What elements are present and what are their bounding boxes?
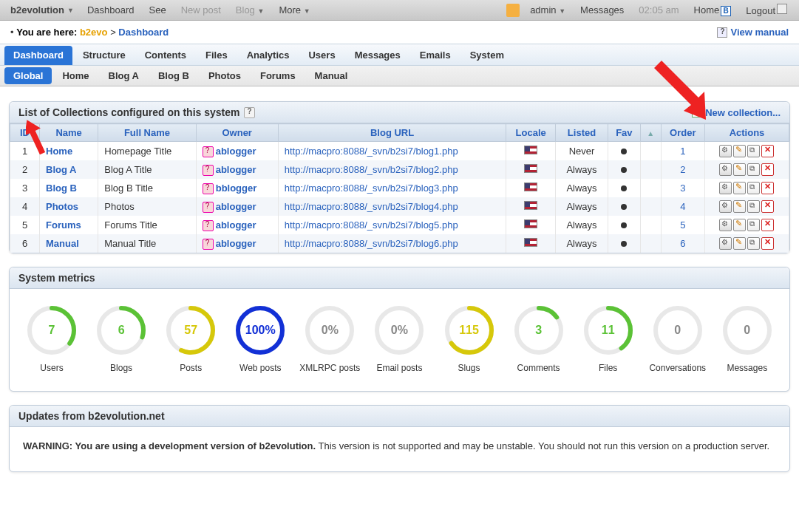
clone-icon[interactable] (747, 163, 760, 176)
clone-icon[interactable] (747, 237, 760, 250)
cell-order[interactable]: 5 (661, 216, 704, 234)
cell-fav[interactable] (608, 234, 640, 253)
col-header[interactable]: Name (40, 124, 98, 142)
breadcrumb-root[interactable]: b2evo (80, 27, 108, 38)
delete-icon[interactable] (761, 237, 774, 250)
col-header[interactable]: Full Name (98, 124, 196, 142)
edit-icon[interactable] (733, 219, 746, 231)
clone-icon[interactable] (747, 145, 760, 157)
properties-icon[interactable] (719, 163, 732, 176)
topbar-home[interactable]: HomeB (687, 4, 739, 16)
metric-files[interactable]: 11Files (575, 304, 642, 373)
owner-help-icon[interactable] (203, 165, 214, 176)
topbar-see[interactable]: See (141, 4, 173, 16)
metric-users[interactable]: 7Users (18, 304, 85, 373)
metric-xmlrpc-posts[interactable]: 0%XMLRPC posts (296, 304, 363, 373)
cell-order[interactable]: 2 (661, 160, 704, 179)
cell-fav[interactable] (608, 142, 640, 161)
cell-owner[interactable]: ablogger (196, 234, 278, 253)
edit-icon[interactable] (733, 182, 746, 194)
breadcrumb-current[interactable]: Dashboard (118, 27, 169, 38)
metric-blogs[interactable]: 6Blogs (88, 304, 154, 373)
metric-posts[interactable]: 57Posts (157, 304, 224, 373)
properties-icon[interactable] (719, 145, 732, 157)
edit-icon[interactable] (733, 200, 746, 213)
tab-analytics[interactable]: Analytics (238, 46, 299, 65)
tab-dashboard[interactable]: Dashboard (4, 46, 72, 65)
col-header[interactable]: ID (10, 124, 40, 142)
cell-fav[interactable] (608, 216, 640, 234)
cell-order[interactable]: 3 (661, 179, 704, 197)
cell-order[interactable]: 6 (661, 234, 704, 253)
metric-conversations[interactable]: 0Conversations (645, 304, 711, 373)
cell-owner[interactable]: ablogger (196, 160, 278, 179)
clone-icon[interactable] (747, 200, 760, 213)
topbar-logout[interactable]: Logout (738, 4, 795, 16)
delete-icon[interactable] (761, 163, 774, 176)
help-icon[interactable] (244, 107, 255, 118)
cell-url[interactable]: http://macpro:8088/_svn/b2si7/blog3.php (278, 179, 506, 197)
cell-name[interactable]: Photos (40, 197, 98, 216)
metric-web-posts[interactable]: 100%Web posts (227, 304, 293, 373)
cell-url[interactable]: http://macpro:8088/_svn/b2si7/blog1.php (278, 142, 506, 161)
cell-name[interactable]: Blog B (40, 179, 98, 197)
cell-owner[interactable]: bblogger (196, 179, 278, 197)
cell-fav[interactable] (608, 160, 640, 179)
properties-icon[interactable] (719, 200, 732, 213)
cell-order[interactable]: 4 (661, 197, 704, 216)
metric-comments[interactable]: 3Comments (506, 304, 572, 373)
cell-owner[interactable]: ablogger (196, 197, 278, 216)
tab-users[interactable]: Users (299, 46, 344, 65)
col-header[interactable]: Listed (555, 124, 608, 142)
col-header[interactable]: Actions (704, 124, 789, 142)
subtab-home[interactable]: Home (53, 67, 98, 84)
edit-icon[interactable] (733, 237, 746, 250)
delete-icon[interactable] (761, 145, 774, 157)
cell-url[interactable]: http://macpro:8088/_svn/b2si7/blog4.php (278, 197, 506, 216)
subtab-global[interactable]: Global (4, 67, 52, 84)
topbar-dashboard[interactable]: Dashboard (80, 4, 142, 16)
metric-email-posts[interactable]: 0%Email posts (366, 304, 432, 373)
tab-messages[interactable]: Messages (346, 46, 409, 65)
topbar-more[interactable]: More ▼ (271, 4, 317, 16)
new-collection-link[interactable]: New collection... (692, 107, 781, 118)
cell-order[interactable]: 1 (661, 142, 704, 161)
metric-messages[interactable]: 0Messages (714, 304, 781, 373)
cell-name[interactable]: Blog A (40, 160, 98, 179)
metric-slugs[interactable]: 115Slugs (436, 304, 503, 373)
subtab-manual[interactable]: Manual (306, 67, 357, 84)
topbar-admin[interactable]: admin ▼ (523, 4, 573, 16)
delete-icon[interactable] (761, 219, 774, 231)
tab-structure[interactable]: Structure (74, 46, 135, 65)
subtab-photos[interactable]: Photos (200, 67, 250, 84)
edit-icon[interactable] (733, 163, 746, 176)
cell-name[interactable]: Manual (40, 234, 98, 253)
col-header[interactable]: Locale (506, 124, 555, 142)
subtab-forums[interactable]: Forums (251, 67, 305, 84)
view-manual-link[interactable]: View manual (717, 27, 789, 38)
clone-icon[interactable] (747, 219, 760, 231)
owner-help-icon[interactable] (203, 239, 214, 250)
tab-emails[interactable]: Emails (411, 46, 460, 65)
col-header[interactable]: Order (661, 124, 704, 142)
delete-icon[interactable] (761, 200, 774, 213)
subtab-blog-b[interactable]: Blog B (149, 67, 198, 84)
cell-name[interactable]: Forums (40, 216, 98, 234)
properties-icon[interactable] (719, 219, 732, 231)
tab-system[interactable]: System (461, 46, 513, 65)
brand-menu[interactable]: b2evolution ▼ (4, 4, 80, 16)
cell-fav[interactable] (608, 197, 640, 216)
tab-contents[interactable]: Contents (136, 46, 195, 65)
properties-icon[interactable] (719, 182, 732, 194)
cell-url[interactable]: http://macpro:8088/_svn/b2si7/blog6.php (278, 234, 506, 253)
clone-icon[interactable] (747, 182, 760, 194)
owner-help-icon[interactable] (203, 202, 214, 213)
col-header[interactable]: ▲ (640, 124, 661, 142)
cell-url[interactable]: http://macpro:8088/_svn/b2si7/blog2.php (278, 160, 506, 179)
cell-owner[interactable]: ablogger (196, 142, 278, 161)
cell-name[interactable]: Home (40, 142, 98, 161)
owner-help-icon[interactable] (203, 183, 214, 194)
cell-fav[interactable] (608, 179, 640, 197)
properties-icon[interactable] (719, 237, 732, 250)
topbar-messages[interactable]: Messages (573, 4, 631, 16)
